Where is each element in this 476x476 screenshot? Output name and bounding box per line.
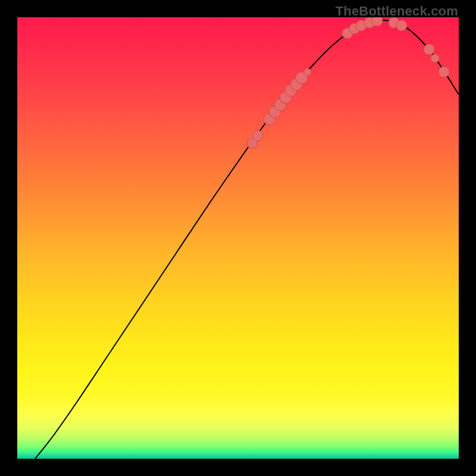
chart-background-gradient [17, 17, 459, 459]
chart-frame [17, 17, 459, 459]
